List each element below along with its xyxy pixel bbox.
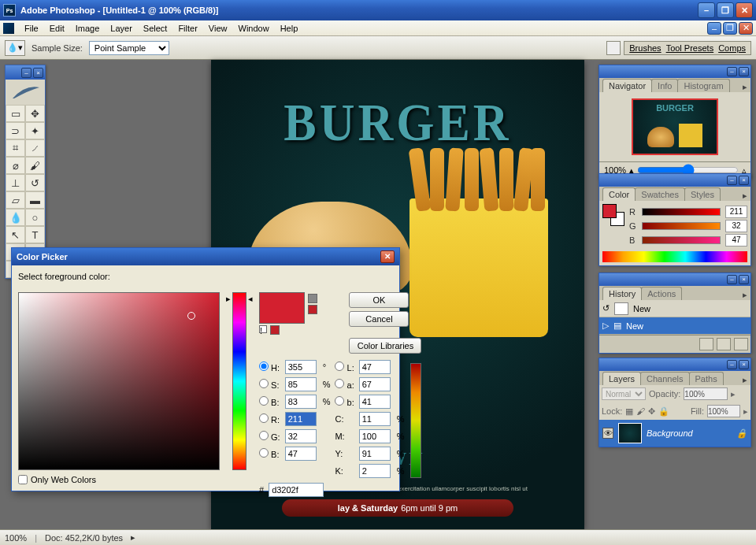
well-tab-toolpresets[interactable]: Tool Presets (666, 43, 714, 53)
y-input[interactable] (359, 447, 391, 461)
status-doc[interactable]: Doc: 452,2K/0 bytes (45, 533, 123, 543)
a-input[interactable] (359, 377, 391, 391)
lock-pixels-icon[interactable]: ▦ (625, 406, 633, 417)
tab-swatches[interactable]: Swatches (635, 187, 685, 201)
tool-slice[interactable]: ⟋ (25, 139, 45, 157)
bv-radio[interactable] (259, 396, 269, 406)
menu-image[interactable]: Image (70, 22, 106, 35)
menu-help[interactable]: Help (275, 22, 304, 35)
doc-close-button[interactable]: ✕ (739, 22, 753, 35)
history-minimize-button[interactable]: – (727, 275, 737, 284)
status-zoom[interactable]: 100% (5, 533, 27, 543)
c-input[interactable] (359, 412, 391, 426)
tool-blur[interactable]: 💧 (6, 209, 25, 226)
menu-view[interactable]: View (203, 22, 233, 35)
m-input[interactable] (359, 429, 391, 443)
b-value[interactable]: 47 (725, 234, 747, 247)
history-close-button[interactable]: × (739, 275, 749, 284)
panel-menu-icon[interactable]: ▸ (739, 82, 750, 92)
close-button[interactable]: ✕ (736, 2, 753, 18)
saturation-value-field[interactable] (18, 292, 220, 470)
tool-eraser[interactable]: ▱ (6, 191, 25, 209)
tool-heal[interactable]: ⌀ (6, 157, 25, 174)
color-fgbg-swatch[interactable] (602, 204, 624, 226)
menu-window[interactable]: Window (233, 22, 275, 35)
cancel-button[interactable]: Cancel (349, 311, 409, 327)
h-input[interactable] (285, 360, 317, 374)
r-input[interactable] (285, 412, 317, 426)
tool-move[interactable]: ✥ (25, 105, 45, 122)
visibility-icon[interactable]: 👁 (602, 428, 613, 439)
history-step[interactable]: ▷ ▤ New (599, 317, 750, 335)
panel-menu-icon[interactable]: ▸ (739, 191, 750, 201)
status-flyout-icon[interactable]: ▸ (131, 532, 135, 543)
warn-swatch[interactable] (270, 325, 280, 335)
menu-filter[interactable]: Filter (172, 22, 202, 35)
h-radio[interactable] (259, 361, 269, 371)
tool-dodge[interactable]: ○ (25, 209, 45, 226)
hue-slider[interactable] (232, 292, 246, 470)
r-radio[interactable] (259, 413, 269, 423)
hex-input[interactable] (269, 483, 324, 497)
k-input[interactable] (359, 464, 391, 478)
g-value[interactable]: 32 (725, 220, 747, 232)
fill-input[interactable] (707, 405, 740, 417)
tab-actions[interactable]: Actions (641, 287, 682, 300)
r-slider[interactable] (642, 208, 721, 216)
panel-menu-icon[interactable]: ▸ (739, 290, 750, 300)
opacity-flyout-icon[interactable]: ▸ (731, 389, 736, 399)
doc-restore-button[interactable]: ❐ (723, 22, 737, 35)
cube-icon[interactable] (308, 294, 317, 303)
a-radio[interactable] (335, 379, 344, 388)
layers-minimize-button[interactable]: – (727, 360, 737, 369)
g-radio[interactable] (259, 431, 269, 440)
doc-icon[interactable] (3, 23, 14, 34)
minimize-button[interactable]: – (698, 2, 715, 18)
blend-mode-select[interactable]: Normal (602, 387, 646, 400)
layer-row[interactable]: 👁 Background 🔒 (599, 420, 750, 447)
blue-input[interactable] (285, 447, 317, 461)
g-slider[interactable] (642, 222, 721, 230)
color-close-button[interactable]: × (739, 176, 749, 185)
color-spectrum[interactable] (602, 251, 747, 262)
tab-color[interactable]: Color (602, 187, 636, 201)
lab-b-radio[interactable] (335, 396, 344, 406)
history-delete-button[interactable] (734, 338, 748, 350)
menu-edit[interactable]: Edit (44, 22, 70, 35)
current-tool-icon[interactable]: 💧▾ (5, 40, 25, 56)
tab-styles[interactable]: Styles (684, 187, 721, 201)
l-radio[interactable] (335, 361, 344, 371)
b-radio[interactable] (259, 448, 269, 458)
tool-history-brush[interactable]: ↺ (25, 174, 45, 191)
tab-paths[interactable]: Paths (689, 372, 724, 385)
b-slider[interactable] (642, 236, 721, 244)
tool-wand[interactable]: ✦ (25, 122, 45, 139)
tab-channels[interactable]: Channels (640, 372, 689, 385)
r-value[interactable]: 211 (725, 206, 747, 218)
toolbox-minimize-button[interactable]: – (21, 68, 32, 78)
history-snapshot-button[interactable] (717, 338, 731, 350)
tool-lasso[interactable]: ⊃ (6, 122, 25, 139)
menu-file[interactable]: File (19, 22, 44, 35)
opacity-input[interactable] (684, 387, 728, 400)
nav-close-button[interactable]: × (739, 67, 749, 76)
s-radio[interactable] (259, 379, 269, 388)
foreground-swatch[interactable] (602, 204, 617, 218)
menu-select[interactable]: Select (138, 22, 173, 35)
s-input[interactable] (285, 377, 317, 391)
tab-histogram[interactable]: Histogram (677, 79, 729, 92)
tab-history[interactable]: History (602, 287, 642, 300)
tool-path[interactable]: ↖ (6, 226, 25, 243)
well-tab-brushes[interactable]: Brushes (629, 43, 661, 53)
layer-name[interactable]: Background (647, 428, 693, 438)
l-input[interactable] (359, 360, 391, 374)
tool-stamp[interactable]: ⊥ (6, 174, 25, 191)
panel-menu-icon[interactable]: ▸ (739, 375, 750, 385)
maximize-button[interactable]: ❐ (717, 2, 734, 18)
nav-minimize-button[interactable]: – (727, 67, 737, 76)
g-input[interactable] (285, 429, 317, 443)
warn-icon[interactable]: ! (259, 325, 267, 333)
lock-move-icon[interactable]: ✥ (648, 406, 655, 417)
picker-titlebar[interactable]: Color Picker ✕ (12, 248, 399, 265)
tab-info[interactable]: Info (651, 79, 678, 92)
